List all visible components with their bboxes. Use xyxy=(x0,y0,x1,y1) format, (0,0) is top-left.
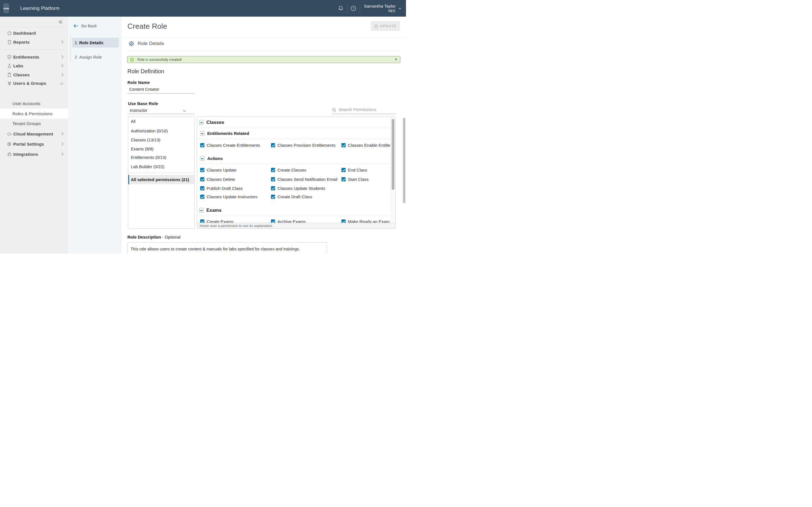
sidebar-item-reports[interactable]: Reports xyxy=(0,38,68,47)
page-title: Create Role xyxy=(128,22,167,31)
collapse-minus-icon[interactable] xyxy=(199,120,204,125)
checkbox-checked[interactable] xyxy=(200,194,204,199)
checkbox-checked[interactable] xyxy=(200,168,204,172)
role-description-textarea[interactable]: This role allows users to create content… xyxy=(128,242,327,253)
sidebar-item-portal-settings[interactable]: Portal Settings xyxy=(0,139,68,149)
sidebar-item-label: Reports xyxy=(13,40,30,45)
category-entitlements[interactable]: Entitlements (0/13) xyxy=(131,155,166,160)
header-right-cluster: ? Samantha Taylor NEE xyxy=(335,0,406,17)
section-header: Role Details xyxy=(129,41,164,47)
top-header: vmw Learning Platform ? Samantha Taylor … xyxy=(0,0,406,17)
permission-item: Create Classes xyxy=(271,168,306,172)
permission-label: Classes Update Instructors xyxy=(207,194,257,199)
permission-label: Start Class xyxy=(348,177,368,182)
checkbox-checked[interactable] xyxy=(200,143,204,147)
category-authorization[interactable]: Authorization (0/10) xyxy=(131,128,168,133)
update-button[interactable]: UPDATE xyxy=(371,21,400,31)
sidebar-item-users-groups[interactable]: Users & Groups xyxy=(0,78,68,88)
chevron-right-icon xyxy=(60,152,63,156)
sidebar-item-user-accounts[interactable]: User Accounts xyxy=(0,98,68,108)
search-permissions-field xyxy=(332,106,396,114)
chevron-down-icon[interactable] xyxy=(398,6,402,10)
checkbox-checked[interactable] xyxy=(271,186,275,190)
step-assign-role[interactable]: 2 Assign Role xyxy=(72,52,119,62)
sidebar-subitem-label: Tenant Groups xyxy=(12,121,41,126)
base-role-select[interactable]: Instructor xyxy=(128,107,195,114)
checkbox-checked[interactable] xyxy=(342,143,346,147)
role-name-input[interactable] xyxy=(128,87,195,94)
collapse-minus-icon[interactable] xyxy=(199,208,204,213)
category-classes[interactable]: Classes (13/13) xyxy=(131,137,160,142)
group-label: Classes xyxy=(206,120,224,125)
subgroup-entitlements-related: Entitlements Related xyxy=(200,131,249,136)
classes-book-icon xyxy=(7,72,12,77)
collapse-minus-icon[interactable] xyxy=(200,156,204,161)
permission-item: Classes Provision Entitlements xyxy=(271,143,336,147)
checkbox-checked[interactable] xyxy=(271,194,275,199)
checkbox-checked[interactable] xyxy=(271,168,275,172)
chevron-right-icon xyxy=(60,142,63,145)
category-all-selected[interactable]: All selected permissions (21) xyxy=(128,175,194,184)
chevron-down-icon xyxy=(60,81,63,84)
page-scrollbar-thumb[interactable] xyxy=(403,118,405,203)
collapse-minus-icon[interactable] xyxy=(200,131,204,136)
checkbox-checked[interactable] xyxy=(342,168,346,172)
sidebar-divider xyxy=(0,49,68,50)
user-menu[interactable]: Samantha Taylor NEE xyxy=(364,3,396,13)
permission-item: Classes Delete xyxy=(200,177,235,181)
sidebar-collapse-icon[interactable] xyxy=(57,18,64,25)
sidebar-item-label: Dashboard xyxy=(13,31,36,36)
checkbox-checked[interactable] xyxy=(200,177,204,181)
dashboard-icon xyxy=(7,31,12,36)
sidebar-item-entitlements[interactable]: Entitlements xyxy=(0,52,68,61)
sidebar-item-classes[interactable]: Classes xyxy=(0,70,68,79)
go-back-button[interactable]: Go Back xyxy=(73,24,97,28)
sidebar-item-label: Classes xyxy=(13,72,30,77)
sidebar-item-label: Entitlements xyxy=(13,55,39,59)
sidebar-item-labs[interactable]: Labs xyxy=(0,61,68,70)
notifications-bell-icon[interactable] xyxy=(335,0,347,17)
role-details-gear-user-icon xyxy=(129,41,134,47)
permissions-scrollbar-thumb[interactable] xyxy=(392,119,395,190)
stepper-track xyxy=(70,36,71,62)
chevron-right-icon xyxy=(60,40,63,43)
sidebar-item-roles-permissions[interactable]: Roles & Permissions xyxy=(0,108,68,119)
sidebar-subitem-label: User Accounts xyxy=(12,101,40,106)
permission-label: Publish Draft Class xyxy=(207,186,243,191)
sidebar-item-dashboard[interactable]: Dashboard xyxy=(0,29,68,38)
permission-label: Classes Provision Entitlements xyxy=(277,143,336,148)
checkbox-checked[interactable] xyxy=(342,177,346,181)
role-description-label: Role Description - Optional xyxy=(128,235,181,239)
category-all[interactable]: All xyxy=(131,119,136,124)
sidebar-item-label: Integrations xyxy=(13,152,38,157)
puzzle-icon xyxy=(7,152,12,157)
role-description-optional: - Optional xyxy=(161,235,181,239)
sidebar-item-integrations[interactable]: Integrations xyxy=(0,149,68,159)
sidebar-item-tenant-groups[interactable]: Tenant Groups xyxy=(0,118,68,128)
permission-label: Classes Update xyxy=(207,168,237,172)
category-exams[interactable]: Exams (8/8) xyxy=(131,147,154,151)
subgroup-label: Entitlements Related xyxy=(207,131,249,136)
step-role-details[interactable]: 1 Role Details xyxy=(72,38,119,48)
sidebar-item-cloud-management[interactable]: Cloud Management xyxy=(0,129,68,139)
permission-item: Classes Enable Entitlements xyxy=(342,143,396,147)
search-permissions-input[interactable] xyxy=(339,107,394,112)
permissions-scrollbar-track[interactable] xyxy=(391,117,395,223)
checkbox-checked[interactable] xyxy=(271,143,275,147)
sidebar-divider xyxy=(0,27,68,27)
permission-categories-panel: All Authorization (0/10) Classes (13/13)… xyxy=(128,117,195,229)
chevron-right-icon xyxy=(60,73,63,76)
divider xyxy=(128,51,400,52)
category-selected-label: All selected permissions (21) xyxy=(131,177,189,182)
success-check-icon xyxy=(130,58,134,62)
checkbox-checked[interactable] xyxy=(271,177,275,181)
category-lab-builder[interactable]: Lab Builder (0/22) xyxy=(131,164,164,169)
permissions-hint-text: Hover over a permission to see its expla… xyxy=(200,224,273,228)
help-icon[interactable]: ? xyxy=(347,0,360,17)
checkbox-checked[interactable] xyxy=(200,186,204,190)
permission-label: Create Draft Class xyxy=(277,194,312,199)
permission-label: Create Classes xyxy=(277,168,306,172)
close-icon[interactable]: × xyxy=(395,56,397,62)
user-org: NEE xyxy=(364,9,396,13)
base-role-label: Use Base Role xyxy=(128,101,158,106)
